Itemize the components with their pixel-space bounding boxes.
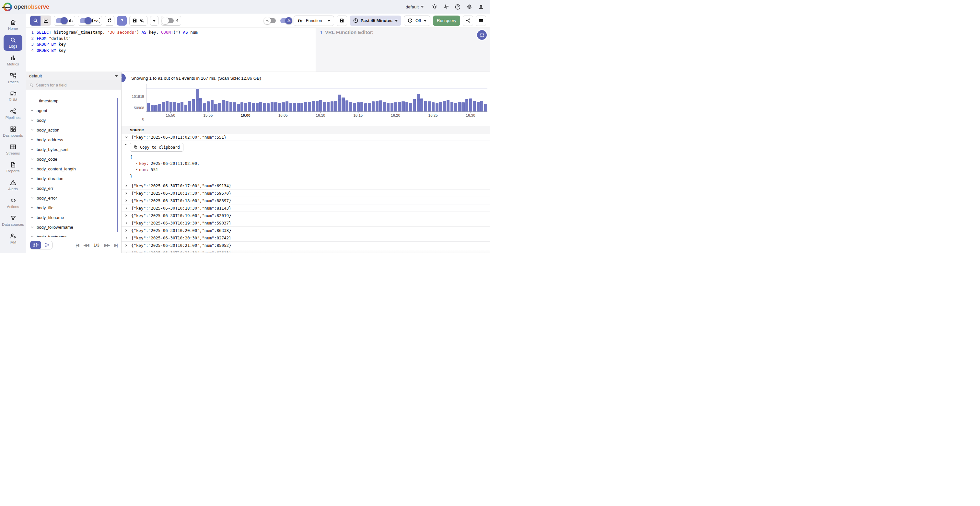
field-item-agent[interactable]: agent bbox=[26, 106, 121, 115]
table-row[interactable]: {"key":"2025-06-30T10:21:30","num":62613… bbox=[121, 249, 490, 253]
histogram-bar[interactable] bbox=[417, 94, 420, 111]
sidebar-item-streams[interactable]: Streams bbox=[1, 141, 25, 158]
histogram-bar[interactable] bbox=[259, 102, 262, 111]
histogram-bar[interactable] bbox=[387, 103, 390, 111]
sql-mode-toggle[interactable] bbox=[80, 18, 91, 23]
table-row[interactable]: {"key":"2025-06-30T10:17:00","num":69134… bbox=[121, 182, 490, 189]
transform-toggle[interactable] bbox=[265, 18, 276, 23]
field-item-body_action[interactable]: body_action bbox=[26, 125, 121, 135]
sidebar-item-metrics[interactable]: Metrics bbox=[1, 52, 25, 69]
histogram-bar[interactable] bbox=[401, 102, 404, 111]
histogram-bar[interactable] bbox=[154, 105, 157, 111]
histogram-bar[interactable] bbox=[214, 104, 217, 111]
histogram-bar[interactable] bbox=[270, 102, 274, 111]
json-entry[interactable]: ▾num:551 bbox=[130, 167, 490, 173]
save-icon[interactable] bbox=[132, 18, 137, 23]
histogram-bar[interactable] bbox=[188, 101, 191, 111]
histogram-bar[interactable] bbox=[293, 103, 296, 112]
histogram-bar[interactable] bbox=[233, 102, 236, 111]
last-page-button[interactable]: ▶| bbox=[115, 243, 117, 247]
histogram-bar[interactable] bbox=[312, 101, 315, 111]
histogram-bar[interactable] bbox=[372, 102, 375, 111]
field-search-input[interactable] bbox=[36, 83, 101, 87]
sql-query-editor[interactable]: 1SELECT histogram(_timestamp, '30 second… bbox=[26, 28, 316, 71]
histogram-bar[interactable] bbox=[480, 101, 483, 111]
histogram-bar[interactable] bbox=[151, 105, 154, 111]
field-item-body_error[interactable]: body_error bbox=[26, 193, 121, 203]
histogram-bar[interactable] bbox=[252, 103, 255, 111]
field-item-body_address[interactable]: body_address bbox=[26, 135, 121, 144]
field-item-body_err[interactable]: body_err bbox=[26, 183, 121, 193]
sidebar-item-rum[interactable]: RUM bbox=[1, 88, 25, 104]
histogram-bar[interactable] bbox=[349, 102, 352, 111]
table-row[interactable]: {"key":"2025-06-30T10:19:30","num":59037… bbox=[121, 219, 490, 227]
histogram-bar[interactable] bbox=[196, 89, 199, 111]
histogram-bar[interactable] bbox=[334, 101, 337, 111]
histogram-bar[interactable] bbox=[177, 103, 180, 112]
slack-icon[interactable] bbox=[443, 4, 449, 10]
sidebar-item-actions[interactable]: Actions bbox=[1, 195, 25, 211]
histogram-bar[interactable] bbox=[319, 100, 322, 111]
stream-selector[interactable]: default bbox=[26, 72, 121, 80]
json-entry[interactable]: ▾key:2025-06-30T11:02:00, bbox=[130, 160, 490, 167]
visualize-view-button[interactable] bbox=[40, 16, 51, 25]
search-view-button[interactable] bbox=[30, 16, 40, 25]
histogram-bar[interactable] bbox=[345, 100, 348, 111]
histogram-bar[interactable] bbox=[248, 102, 251, 111]
field-list-scrollbar[interactable] bbox=[117, 98, 118, 232]
histogram-bar[interactable] bbox=[226, 101, 229, 111]
histogram-bar[interactable] bbox=[256, 103, 259, 112]
auto-refresh-selector[interactable]: Off bbox=[404, 16, 430, 26]
run-query-button[interactable]: Run query bbox=[433, 16, 460, 26]
histogram-bar[interactable] bbox=[436, 103, 439, 111]
histogram-bar[interactable] bbox=[424, 101, 427, 111]
sidebar-item-reports[interactable]: Reports bbox=[1, 159, 25, 176]
field-item-body_bytes_sent[interactable]: body_bytes_sent bbox=[26, 144, 121, 154]
histogram-bar[interactable] bbox=[473, 101, 476, 111]
expanded-row-head[interactable]: {"key":"2025-06-30T11:02:00","num":551} bbox=[121, 133, 490, 141]
table-row[interactable]: {"key":"2025-06-30T10:18:00","num":88397… bbox=[121, 197, 490, 205]
histogram-bar[interactable] bbox=[173, 102, 176, 111]
first-page-button[interactable]: |◀ bbox=[75, 243, 78, 247]
histogram-bar[interactable] bbox=[165, 101, 169, 111]
histogram-bar[interactable] bbox=[428, 102, 431, 111]
share-link-button[interactable] bbox=[463, 16, 473, 26]
histogram-bar[interactable] bbox=[203, 103, 206, 111]
histogram-bar[interactable] bbox=[222, 100, 224, 111]
table-row[interactable]: {"key":"2025-06-30T10:20:00","num":86338… bbox=[121, 227, 490, 234]
sidebar-item-dashboards[interactable]: Dashboards bbox=[1, 124, 25, 140]
histogram-bar[interactable] bbox=[379, 100, 382, 111]
table-row[interactable]: {"key":"2025-06-30T10:19:00","num":82019… bbox=[121, 212, 490, 219]
field-item-body_filename[interactable]: body_filename bbox=[26, 213, 121, 222]
histogram-bar[interactable] bbox=[383, 102, 386, 111]
histogram-bar[interactable] bbox=[409, 103, 412, 111]
histogram-bar[interactable] bbox=[316, 101, 318, 111]
histogram-bar[interactable] bbox=[413, 99, 416, 111]
query-help-button[interactable]: ? bbox=[117, 16, 127, 25]
histogram-bar[interactable] bbox=[158, 104, 161, 111]
histogram-bar[interactable] bbox=[308, 102, 311, 111]
table-row[interactable]: {"key":"2025-06-30T10:20:30","num":82742… bbox=[121, 234, 490, 242]
histogram-bar[interactable] bbox=[469, 98, 472, 111]
histogram-bar[interactable] bbox=[465, 99, 468, 112]
histogram-bar[interactable] bbox=[477, 102, 480, 111]
field-item-body_content_length[interactable]: body_content_length bbox=[26, 164, 121, 174]
histogram-bar[interactable] bbox=[278, 103, 281, 111]
histogram-plot[interactable] bbox=[146, 84, 487, 112]
sidebar-item-traces[interactable]: Traces bbox=[1, 70, 25, 87]
histogram-bar[interactable] bbox=[454, 103, 457, 112]
histogram-bar[interactable] bbox=[484, 104, 487, 111]
histogram-bar[interactable] bbox=[338, 95, 341, 111]
openobserve-logo[interactable]: openobserve bbox=[3, 3, 49, 11]
histogram-bar[interactable] bbox=[185, 105, 187, 111]
sidebar-item-alerts[interactable]: Alerts bbox=[1, 177, 25, 194]
histogram-bar[interactable] bbox=[394, 102, 397, 111]
histogram-bar[interactable] bbox=[170, 102, 172, 111]
histogram-bar[interactable] bbox=[323, 102, 326, 111]
histogram-bar[interactable] bbox=[368, 103, 371, 111]
histogram-bar[interactable] bbox=[237, 104, 240, 111]
collapse-fields-button[interactable]: ‹ bbox=[121, 73, 126, 82]
histogram-bar[interactable] bbox=[282, 102, 285, 111]
histogram-toggle-group[interactable] bbox=[54, 16, 75, 25]
histogram-bar[interactable] bbox=[297, 103, 300, 111]
